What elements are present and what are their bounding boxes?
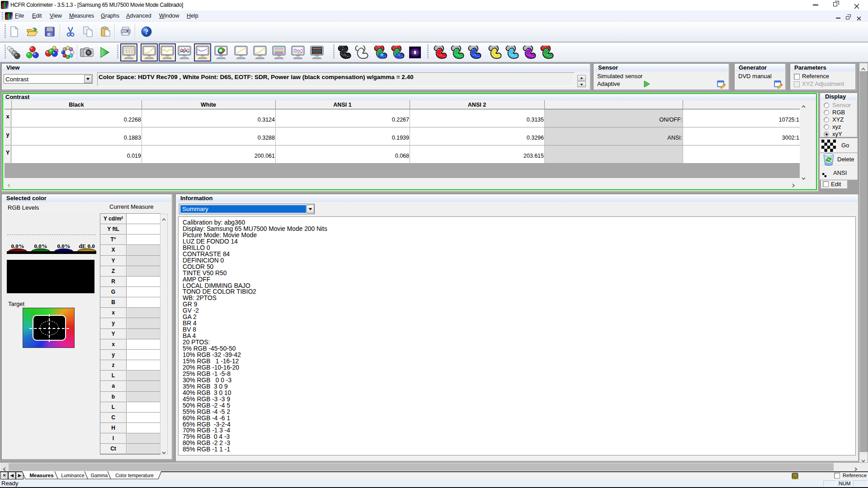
svg-text:Color temperature: Color temperature xyxy=(115,473,154,478)
svg-text:Gamma: Gamma xyxy=(91,473,108,478)
svg-text:Luminance: Luminance xyxy=(61,473,85,478)
svg-text:?: ? xyxy=(145,28,148,36)
svg-text:Measures: Measures xyxy=(29,473,53,478)
